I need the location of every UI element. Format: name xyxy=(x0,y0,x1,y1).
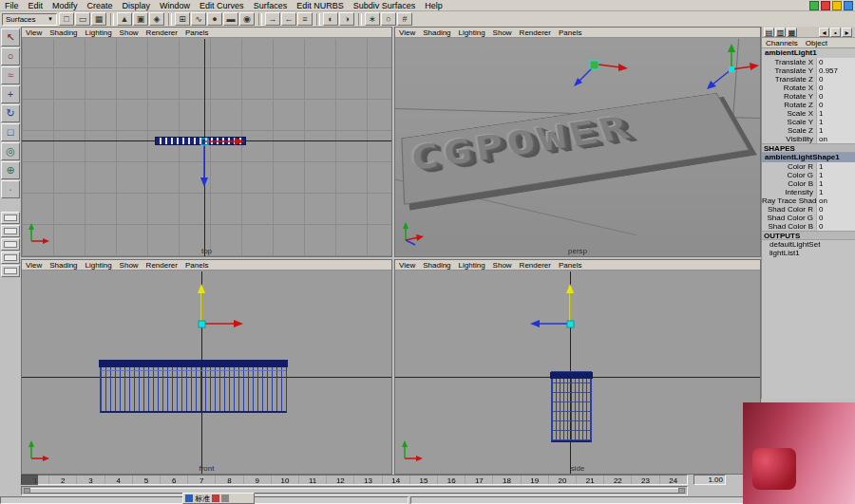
scale-tool-icon[interactable]: □ xyxy=(1,123,20,141)
channel-label-scale-z[interactable]: Scale Z xyxy=(762,126,816,135)
output-node-defaultlightset[interactable]: defaultLightSet xyxy=(762,240,855,249)
viewport-persp[interactable]: ViewShadingLightingShowRendererPanels CG… xyxy=(394,27,761,257)
panel-menu-shading[interactable]: Shading xyxy=(46,28,81,37)
range-slider-handle[interactable] xyxy=(24,488,685,494)
ime-punct-icon[interactable] xyxy=(212,495,219,502)
viewport-persp-canvas[interactable]: CGPOWER xyxy=(395,39,760,256)
ime-keyboard-icon[interactable] xyxy=(221,495,229,502)
paint-select-tool-icon[interactable]: ≈ xyxy=(1,66,20,84)
menu-help[interactable]: Help xyxy=(420,1,447,10)
menu-edit[interactable]: Edit xyxy=(24,1,48,10)
frame-2[interactable]: 2 xyxy=(48,476,76,484)
channel-box-tab-icon[interactable]: ▤ xyxy=(764,28,774,37)
manip-medium-icon[interactable]: • xyxy=(830,28,841,37)
viewport-top[interactable]: ViewShadingLightingShowRendererPanels to… xyxy=(21,27,392,257)
hypershade-layout-button[interactable] xyxy=(1,265,20,277)
panel-menu-lighting[interactable]: Lighting xyxy=(455,28,489,37)
channel-label-color-b[interactable]: Color B xyxy=(762,179,816,188)
frame-6[interactable]: 6 xyxy=(160,476,187,484)
panel-menu-lighting[interactable]: Lighting xyxy=(455,261,489,270)
panel-menu-show[interactable]: Show xyxy=(489,28,516,37)
manip-slow-icon[interactable]: ◂ xyxy=(819,28,829,37)
panel-menu-show[interactable]: Show xyxy=(116,261,142,270)
snap-to-point-icon[interactable]: ● xyxy=(207,12,222,26)
construction-history-icon[interactable]: ≡ xyxy=(297,12,313,26)
render-current-frame-icon[interactable]: ◐ xyxy=(323,12,338,26)
output-node-lightlist1[interactable]: lightList1 xyxy=(762,249,855,257)
ambient-light-manipulator[interactable] xyxy=(571,46,637,91)
panel-menu-view[interactable]: View xyxy=(395,261,419,270)
channel-value-shad-color-r[interactable]: 0 xyxy=(816,205,855,214)
menu-create[interactable]: Create xyxy=(83,1,118,10)
channel-value-rotate-x[interactable]: 0 xyxy=(816,84,855,92)
menu-edit-nurbs[interactable]: Edit NURBS xyxy=(292,1,349,10)
channel-label-translate-z[interactable]: Translate Z xyxy=(762,75,816,84)
move-tool-icon[interactable]: + xyxy=(1,85,20,103)
frame-13[interactable]: 13 xyxy=(353,476,381,484)
panel-menu-show[interactable]: Show xyxy=(116,28,142,37)
channels-menu[interactable]: Channels xyxy=(762,39,802,47)
menu-subdiv-surfaces[interactable]: Subdiv Surfaces xyxy=(349,1,421,10)
channel-value-shad-color-g[interactable]: 0 xyxy=(816,214,855,222)
channel-value-color-r[interactable]: 1 xyxy=(816,162,855,171)
select-tool-icon[interactable]: ↖ xyxy=(1,28,20,47)
frame-24[interactable]: 24 xyxy=(659,476,687,484)
channel-label-translate-x[interactable]: Translate X xyxy=(762,58,816,66)
panel-menu-shading[interactable]: Shading xyxy=(46,261,81,270)
menu-file[interactable]: File xyxy=(0,1,24,10)
menu-modify[interactable]: Modify xyxy=(48,1,83,10)
menu-edit-curves[interactable]: Edit Curves xyxy=(195,1,249,10)
rotate-tool-icon[interactable]: ↻ xyxy=(1,104,20,122)
frame-21[interactable]: 21 xyxy=(576,476,603,484)
manip-fast-icon[interactable]: ▸ xyxy=(842,28,852,37)
quick-select-icon[interactable]: ○ xyxy=(381,12,396,26)
channel-label-translate-y[interactable]: Translate Y xyxy=(762,66,816,75)
channel-label-color-r[interactable]: Color R xyxy=(762,162,816,171)
frame-4[interactable]: 4 xyxy=(104,476,132,484)
persp-graph-layout-button[interactable] xyxy=(1,252,20,264)
range-slider[interactable] xyxy=(21,486,688,495)
frame-20[interactable]: 20 xyxy=(548,476,576,484)
viewport-front[interactable]: ViewShadingLightingShowRendererPanels fr… xyxy=(21,259,392,475)
channel-value-visibility[interactable]: on xyxy=(816,135,855,143)
panel-menu-panels[interactable]: Panels xyxy=(181,28,212,37)
channel-value-translate-x[interactable]: 0 xyxy=(816,58,855,66)
frame-22[interactable]: 22 xyxy=(603,476,631,484)
channel-value-translate-z[interactable]: 0 xyxy=(816,75,855,84)
channel-value-intensity[interactable]: 1 xyxy=(816,188,855,196)
channel-label-ray-trace-shadows[interactable]: Ray Trace Shadows xyxy=(762,196,816,205)
menu-window[interactable]: Window xyxy=(155,1,195,10)
four-pane-layout-button[interactable] xyxy=(1,225,20,237)
channel-layer-both-icon[interactable]: ▦ xyxy=(787,28,797,37)
move-manipulator-top[interactable] xyxy=(181,132,257,193)
panel-menu-renderer[interactable]: Renderer xyxy=(142,28,181,37)
frame-19[interactable]: 19 xyxy=(521,476,548,484)
single-pane-layout-button[interactable] xyxy=(1,212,20,224)
text-curves-side-view[interactable] xyxy=(551,371,592,442)
new-scene-icon[interactable]: □ xyxy=(59,12,74,26)
channel-value-scale-x[interactable]: 1 xyxy=(816,109,855,118)
menu-display[interactable]: Display xyxy=(118,1,156,10)
open-scene-icon[interactable]: ▭ xyxy=(75,12,90,26)
viewport-side-canvas[interactable]: side xyxy=(395,271,760,474)
snap-to-grid-icon[interactable]: ⊞ xyxy=(175,12,190,26)
frame-23[interactable]: 23 xyxy=(631,476,658,484)
render-globals-icon[interactable]: ∗ xyxy=(365,12,380,26)
viewport-front-canvas[interactable]: front xyxy=(22,271,391,474)
channel-label-intensity[interactable]: Intensity xyxy=(762,188,816,196)
channel-label-rotate-z[interactable]: Rotate Z xyxy=(762,101,816,109)
panel-menu-lighting[interactable]: Lighting xyxy=(82,261,116,270)
channel-value-scale-z[interactable]: 1 xyxy=(816,126,855,135)
last-tool-icon[interactable]: ∙ xyxy=(1,180,20,198)
ime-toolbar[interactable]: 标准 xyxy=(182,493,255,504)
universal-manipulator-tool-icon[interactable]: ◎ xyxy=(1,142,20,160)
menu-surfaces[interactable]: Surfaces xyxy=(249,1,293,10)
panel-menu-renderer[interactable]: Renderer xyxy=(142,261,181,270)
snap-to-surface-icon[interactable]: ◉ xyxy=(239,12,255,26)
object-menu[interactable]: Object xyxy=(802,39,831,47)
panel-menu-lighting[interactable]: Lighting xyxy=(82,28,116,37)
shape-node-name[interactable]: ambientLightShape1 xyxy=(762,153,855,162)
frame-10[interactable]: 10 xyxy=(271,476,298,484)
channel-label-shad-color-r[interactable]: Shad Color R xyxy=(762,205,816,214)
save-scene-icon[interactable]: ▦ xyxy=(91,12,106,26)
